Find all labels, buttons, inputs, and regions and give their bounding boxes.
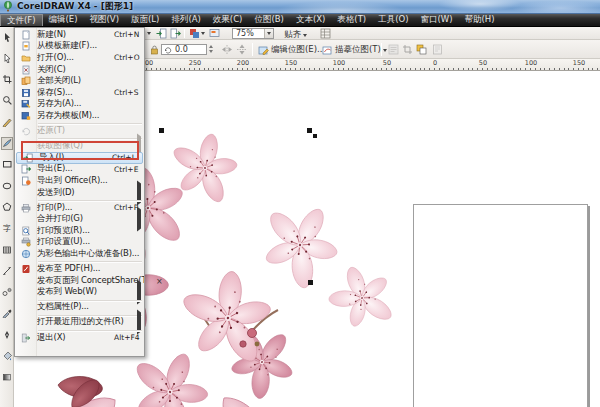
file-menu-item-25[interactable]: 发布到 Web(W) (15, 286, 144, 298)
page-boundary (413, 204, 588, 407)
ruler-tick (444, 68, 445, 70)
menu-item-label: 发布至 PDF(H)... (37, 263, 144, 275)
interactive-fill-tool[interactable] (1, 371, 13, 384)
file-menu-item-31[interactable]: 退出(X)Alt+F4 (15, 332, 144, 344)
smart-fill-tool[interactable] (1, 137, 13, 150)
menubar-item-2[interactable]: 视图(V) (84, 14, 125, 26)
options-icon[interactable] (320, 28, 331, 39)
trace-bitmap-button[interactable]: 描摹位图(T) (322, 44, 387, 56)
file-menu-item-0[interactable]: 新建(N)Ctrl+N (15, 29, 144, 41)
file-menu-item-29[interactable]: 打开最近用过的文件(R) (15, 317, 144, 329)
menubar-item-9[interactable]: 工具(O) (372, 14, 414, 26)
file-menu-item-2[interactable]: 打开(O)...Ctrl+O (15, 52, 144, 64)
import-toolbar-icon[interactable] (156, 28, 167, 39)
polygon-tool[interactable] (1, 200, 13, 213)
dimension-tool[interactable] (1, 264, 13, 277)
property-separator (252, 43, 253, 56)
outline-pen-tool[interactable] (1, 328, 13, 341)
ruler-tick (261, 68, 262, 70)
application-launcher-icon[interactable] (189, 28, 200, 39)
table-tool[interactable] (1, 243, 13, 256)
file-menu-item-23[interactable]: 发布至 PDF(H)... (15, 263, 144, 275)
ruler-tick (540, 68, 541, 70)
resample-icon[interactable] (416, 44, 427, 55)
window-title: CorelDRAW X4 - [图形1] (17, 0, 133, 13)
toolbox: 字 (0, 27, 14, 407)
edit-bitmap-button[interactable]: 编辑位图(E)... (258, 44, 325, 56)
menubar-item-0[interactable]: 文件(F) (0, 14, 43, 26)
file-menu-item-19[interactable]: 打印预览(R)... (15, 225, 144, 237)
menubar-item-6[interactable]: 位图(B) (248, 14, 289, 26)
pick-tool[interactable] (1, 30, 13, 43)
ellipse-tool[interactable] (1, 179, 13, 192)
file-menu-item-27[interactable]: 文档属性(P)... (15, 302, 144, 314)
menubar-item-7[interactable]: 文本(X) (290, 14, 331, 26)
crop-bitmap-icon[interactable] (402, 44, 413, 55)
bitmap-mode-icon[interactable] (432, 44, 443, 55)
export-toolbar-icon[interactable] (170, 28, 181, 39)
ruler-tick (496, 68, 497, 70)
zoom-tool[interactable] (1, 94, 13, 107)
selection-handle-top-middle[interactable] (159, 128, 164, 133)
ruler-tick (410, 68, 411, 70)
text-tool[interactable]: 字 (1, 222, 13, 235)
menubar-item-3[interactable]: 版面(L) (125, 14, 165, 26)
blend-tool[interactable] (1, 286, 13, 299)
file-menu-item-3[interactable]: 关闭(C) (15, 64, 144, 76)
file-menu-item-17[interactable]: 打印(P)...Ctrl+P (15, 202, 144, 214)
lock-ratio-icon[interactable] (150, 45, 159, 55)
eyedropper-tool[interactable] (1, 307, 13, 320)
selection-center-marker[interactable]: × (156, 279, 163, 284)
welcome-screen-icon[interactable] (209, 28, 220, 39)
file-menu-item-20[interactable]: 打印设置(U)... (15, 237, 144, 249)
file-menu-item-7[interactable]: 另存为模板(M)... (15, 110, 144, 122)
toolbar-overflow-icon[interactable] (147, 32, 151, 35)
freehand-tool[interactable] (1, 115, 13, 128)
menu-item-label: 新建(N) (37, 29, 114, 41)
crop-tool[interactable] (1, 73, 13, 86)
file-menu-item-21[interactable]: 为彩色输出中心做准备(B)... (15, 248, 144, 260)
ruler-tick (420, 68, 421, 70)
menu-item-label: 保存(S)... (37, 87, 114, 99)
selection-handle-right-middle[interactable] (308, 280, 313, 285)
ruler-tick (328, 68, 329, 70)
file-menu-item-18[interactable]: 合并打印(G) (15, 213, 144, 225)
new-doc-icon (21, 30, 31, 40)
selection-handle-offset[interactable] (313, 134, 317, 138)
file-menu-item-5[interactable]: 保存(S)...Ctrl+S (15, 87, 144, 99)
ruler-tick (228, 68, 229, 70)
file-menu-item-24[interactable]: 发布页面到 ConceptShare(T)... (15, 275, 144, 287)
launcher-dropdown-icon[interactable] (201, 32, 205, 35)
new-template-icon (21, 41, 31, 51)
menubar-item-5[interactable]: 效果(C) (207, 14, 249, 26)
ruler-tick (160, 68, 161, 70)
rectangle-tool[interactable] (1, 158, 13, 171)
file-menu-item-14[interactable]: 导出到 Office(R)... (15, 175, 144, 187)
menubar-item-8[interactable]: 表格(T) (331, 14, 372, 26)
ruler-tick (151, 68, 152, 70)
file-menu-item-15[interactable]: 发送到(D) (15, 187, 144, 199)
menubar-item-11[interactable]: 帮助(H) (459, 14, 501, 26)
menubar-item-1[interactable]: 编辑(E) (43, 14, 84, 26)
wrap-text-icon[interactable] (388, 44, 399, 55)
selection-handle-top-right[interactable] (307, 128, 312, 133)
exit-icon (21, 333, 31, 343)
menubar-item-4[interactable]: 排列(A) (165, 14, 206, 26)
shape-tool[interactable] (1, 51, 13, 64)
mirror-horizontal-icon[interactable] (221, 44, 233, 55)
file-menu-item-6[interactable]: 另存为(A)... (15, 99, 144, 111)
zoom-level-combo[interactable]: 75% (232, 28, 274, 39)
rotation-spinner[interactable] (209, 45, 213, 53)
file-menu-item-13[interactable]: 导出(E)...Ctrl+E (15, 164, 144, 176)
ruler-tick (588, 68, 589, 70)
mirror-vertical-icon[interactable] (236, 44, 248, 55)
fill-tool[interactable] (1, 350, 13, 363)
ruler-tick (530, 68, 531, 70)
ruler-tick (314, 68, 315, 70)
menubar-item-10[interactable]: 窗口(W) (415, 14, 459, 26)
file-menu-item-9[interactable]: 还原(T) (15, 125, 144, 137)
file-menu-item-4[interactable]: 全部关闭(L) (15, 75, 144, 87)
ruler-tick (338, 68, 339, 70)
rotation-angle-field[interactable]: 0.0 (161, 44, 207, 55)
file-menu-item-1[interactable]: 从模板新建(F)... (15, 41, 144, 53)
